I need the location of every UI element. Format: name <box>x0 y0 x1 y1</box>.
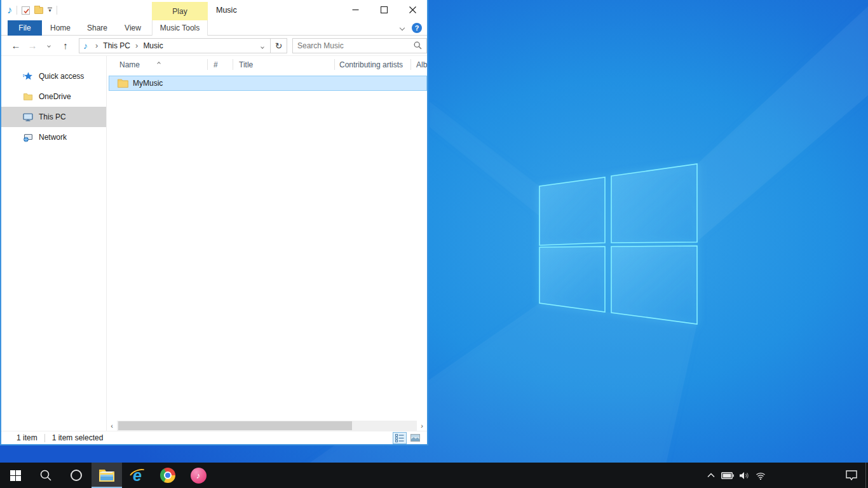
windows-start-icon <box>10 470 21 481</box>
sidebar-item-label: OneDrive <box>39 92 71 101</box>
ribbon-collapse-chevron-icon[interactable] <box>400 25 405 30</box>
sidebar-item-network[interactable]: Network <box>1 127 106 147</box>
file-row-mymusic[interactable]: MyMusic <box>109 76 427 91</box>
navigation-bar: ← → ↑ ♪ › This PC › Music ↻ <box>1 36 427 56</box>
cortana-circle-icon <box>70 469 83 482</box>
quick-access-star-icon <box>23 71 33 81</box>
ribbon-tab-row: File Home Share View Music Tools ? <box>1 20 427 36</box>
show-desktop-button[interactable] <box>865 463 868 488</box>
tab-music-tools[interactable]: Music Tools <box>152 20 208 36</box>
cortana-button[interactable] <box>61 463 92 488</box>
main-area: Quick access OneDrive This PC <box>1 56 427 431</box>
status-bar: 1 item 1 item selected <box>1 431 427 444</box>
item-count: 1 item <box>17 433 37 442</box>
network-computer-icon <box>23 132 33 142</box>
column-divider[interactable] <box>410 59 411 70</box>
separator <box>57 6 57 15</box>
internet-explorer-button[interactable]: e <box>122 463 153 488</box>
scroll-right-arrow-icon[interactable]: › <box>417 421 427 431</box>
column-header-title[interactable]: Title <box>239 60 253 69</box>
minimize-button[interactable] <box>341 0 370 20</box>
tab-file[interactable]: File <box>8 20 42 36</box>
column-header-album[interactable]: Alb <box>416 60 427 69</box>
sidebar-item-onedrive[interactable]: OneDrive <box>1 86 106 107</box>
breadcrumb-this-pc[interactable]: This PC <box>102 41 132 50</box>
thumbnail-view-button[interactable] <box>408 432 422 444</box>
wifi-icon <box>756 471 766 480</box>
column-header-contributing-artists[interactable]: Contributing artists <box>339 60 403 69</box>
start-button[interactable] <box>0 463 31 488</box>
battery-indicator[interactable] <box>719 463 736 488</box>
location-music-note-icon: ♪ <box>83 41 88 51</box>
sidebar-item-label: Network <box>39 133 67 142</box>
tray-expand-button[interactable] <box>703 463 719 488</box>
file-name: MyMusic <box>133 79 163 88</box>
up-button[interactable]: ↑ <box>57 40 74 51</box>
sidebar-item-label: Quick access <box>39 72 84 81</box>
scrollbar-thumb[interactable] <box>118 421 352 430</box>
recent-locations-chevron-icon[interactable] <box>41 44 57 47</box>
column-divider[interactable] <box>207 59 208 70</box>
this-pc-monitor-icon <box>23 112 33 122</box>
itunes-icon: ♪ <box>191 468 207 484</box>
horizontal-scrollbar: ‹ › <box>107 421 427 431</box>
window-music-note-icon: ♪ <box>7 5 12 15</box>
customize-toolbar-dropdown-icon[interactable]: ▾ <box>48 8 52 13</box>
maximize-button[interactable] <box>370 0 398 20</box>
network-indicator[interactable] <box>752 463 769 488</box>
battery-icon <box>721 472 734 479</box>
action-center-button[interactable] <box>837 463 865 488</box>
new-folder-icon[interactable] <box>34 7 43 14</box>
selection-count: 1 item selected <box>52 433 104 442</box>
scrollbar-track[interactable] <box>117 421 417 431</box>
tab-view[interactable]: View <box>117 20 149 36</box>
column-header-number[interactable]: # <box>214 60 218 69</box>
column-divider[interactable] <box>233 59 233 70</box>
refresh-button[interactable]: ↻ <box>270 39 287 53</box>
scroll-left-arrow-icon[interactable]: ‹ <box>107 421 117 431</box>
tab-home[interactable]: Home <box>43 20 78 36</box>
breadcrumb-music[interactable]: Music <box>142 41 164 50</box>
itunes-button[interactable]: ♪ <box>183 463 214 488</box>
sidebar-item-this-pc[interactable]: This PC <box>1 107 106 127</box>
volume-indicator[interactable] <box>736 463 752 488</box>
sidebar-item-label: This PC <box>39 112 66 121</box>
window-title: Music <box>216 6 237 15</box>
chevron-up-icon <box>707 473 715 478</box>
action-center-icon <box>846 470 857 480</box>
properties-icon[interactable] <box>22 6 30 15</box>
breadcrumb-separator-icon: › <box>132 41 142 50</box>
contextual-tab-play[interactable]: Play <box>152 2 208 20</box>
caption-buttons <box>341 0 427 20</box>
breadcrumb-separator-icon: › <box>92 41 102 50</box>
search-icon <box>39 469 52 482</box>
search-box <box>292 38 427 53</box>
chrome-button[interactable] <box>153 463 183 488</box>
internet-explorer-icon: e <box>129 467 146 484</box>
speaker-icon <box>739 471 750 480</box>
address-bar[interactable]: ♪ › This PC › Music <box>79 39 270 53</box>
column-divider[interactable] <box>334 59 335 70</box>
title-bar[interactable]: ♪ ▾ Play Music <box>1 0 427 20</box>
taskbar-search-button[interactable] <box>31 463 61 488</box>
separator <box>17 6 17 15</box>
system-tray <box>703 463 868 488</box>
chrome-icon <box>160 468 175 483</box>
sidebar-item-quick-access[interactable]: Quick access <box>1 66 106 86</box>
address-dropdown-chevron-icon[interactable] <box>259 41 266 50</box>
details-view-button[interactable] <box>393 432 407 444</box>
explorer-window: ♪ ▾ Play Music File Home Share V <box>0 0 428 445</box>
help-icon[interactable]: ? <box>412 23 422 33</box>
column-header-name[interactable]: Name <box>119 60 140 69</box>
tab-share[interactable]: Share <box>80 20 114 36</box>
forward-button[interactable]: → <box>24 40 41 51</box>
view-toggle-buttons <box>393 432 422 444</box>
taskbar-file-explorer-button[interactable] <box>92 463 122 488</box>
file-explorer-icon <box>98 468 115 482</box>
sort-ascending-caret-icon <box>158 58 160 67</box>
close-button[interactable] <box>398 0 427 20</box>
back-button[interactable]: ← <box>8 40 24 51</box>
column-header-row: Name # Title Contributing artists Alb <box>107 56 427 74</box>
search-input[interactable] <box>297 41 414 50</box>
navigation-pane: Quick access OneDrive This PC <box>1 56 107 431</box>
